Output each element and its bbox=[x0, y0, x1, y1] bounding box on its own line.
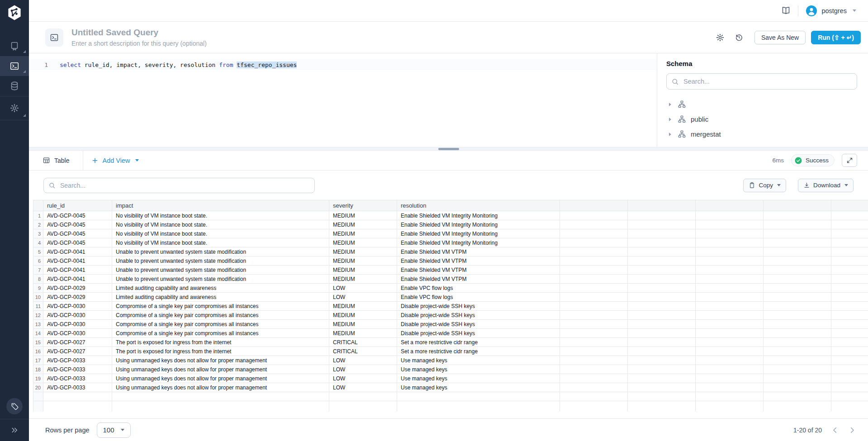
row-number: 9 bbox=[33, 284, 43, 293]
table-row: 17AVD-GCP-0033Using unmanaged keys does … bbox=[33, 356, 868, 365]
empty-cell bbox=[628, 293, 696, 302]
submenu-corner-icon bbox=[23, 70, 26, 73]
column-header-rule_id[interactable]: rule_id bbox=[43, 200, 112, 211]
row-number: 16 bbox=[33, 347, 43, 356]
empty-cell bbox=[628, 266, 696, 275]
table-cell: AVD-GCP-0030 bbox=[43, 320, 112, 329]
empty-cell bbox=[764, 220, 831, 229]
row-number: 3 bbox=[33, 229, 43, 238]
table-cell: AVD-GCP-0033 bbox=[43, 374, 112, 383]
row-number: 15 bbox=[33, 338, 43, 347]
empty-cell bbox=[696, 374, 764, 383]
sidebar-item-queries[interactable] bbox=[0, 56, 29, 76]
table-row: 9AVD-GCP-0029Limited auditing capability… bbox=[33, 284, 868, 293]
empty-cell bbox=[831, 329, 868, 338]
tag-button[interactable] bbox=[6, 398, 23, 414]
chevron-right-icon[interactable] bbox=[669, 118, 671, 121]
empty-cell bbox=[560, 311, 628, 320]
table-header-row: rule_idimpactseverityresolution bbox=[33, 200, 868, 211]
empty-column-header bbox=[628, 200, 696, 211]
empty-cell bbox=[397, 392, 560, 401]
empty-cell bbox=[560, 392, 628, 401]
table-row: 19AVD-GCP-0033Using unmanaged keys does … bbox=[33, 374, 868, 383]
column-header-impact[interactable]: impact bbox=[112, 200, 329, 211]
table-row: 14AVD-GCP-0030Compromise of a single key… bbox=[33, 329, 868, 338]
results-search-input[interactable] bbox=[59, 181, 310, 190]
schema-item-public[interactable]: public bbox=[666, 112, 857, 127]
empty-cell bbox=[112, 401, 329, 412]
empty-cell bbox=[560, 266, 628, 275]
splitter-handle[interactable] bbox=[438, 148, 459, 150]
clipboard-icon bbox=[749, 182, 755, 189]
table-cell: No visibility of VM instance boot state. bbox=[112, 211, 329, 220]
empty-column-header bbox=[764, 200, 831, 211]
results-toolbar: Table Add View 6ms Success bbox=[29, 151, 868, 171]
app-window: postgres Untitled Saved Query Enter a sh… bbox=[0, 0, 868, 441]
table-row: 7AVD-GCP-0041Unable to prevent unwanted … bbox=[33, 266, 868, 275]
empty-cell bbox=[560, 302, 628, 311]
sidebar-item-repos[interactable] bbox=[0, 36, 29, 56]
sql-editor[interactable]: 1 select rule_id, impact, severity, reso… bbox=[29, 53, 657, 147]
table-cell: AVD-GCP-0041 bbox=[43, 275, 112, 284]
row-number: 1 bbox=[33, 211, 43, 220]
empty-cell bbox=[764, 392, 831, 401]
sidebar-item-data[interactable] bbox=[0, 76, 29, 96]
table-cell: AVD-GCP-0033 bbox=[43, 365, 112, 374]
open-book-icon bbox=[781, 6, 791, 15]
table-cell: Set a more restrictive cidr range bbox=[397, 347, 560, 356]
next-page-button[interactable] bbox=[848, 426, 856, 434]
docs-button[interactable] bbox=[781, 6, 791, 15]
empty-cell bbox=[831, 338, 868, 347]
empty-cell bbox=[628, 347, 696, 356]
table-cell: The port is exposed for ingress from the… bbox=[112, 347, 329, 356]
empty-cell bbox=[831, 383, 868, 392]
sidebar-collapse-button[interactable] bbox=[0, 419, 29, 441]
table-row: 3AVD-GCP-0045No visibility of VM instanc… bbox=[33, 229, 868, 238]
column-header-severity[interactable]: severity bbox=[329, 200, 397, 211]
query-title-input[interactable]: Untitled Saved Query bbox=[71, 28, 207, 38]
table-cell: LOW bbox=[329, 284, 397, 293]
copy-button[interactable]: Copy bbox=[743, 179, 786, 192]
empty-cell bbox=[560, 293, 628, 302]
empty-cell bbox=[696, 311, 764, 320]
tab-table[interactable]: Table bbox=[29, 151, 83, 170]
table-cell: MEDIUM bbox=[329, 247, 397, 256]
table-cell: Compromise of a single key pair compromi… bbox=[112, 320, 329, 329]
previous-page-button[interactable] bbox=[831, 426, 839, 434]
row-number: 7 bbox=[33, 266, 43, 275]
table-body: 1AVD-GCP-0045No visibility of VM instanc… bbox=[33, 211, 868, 412]
user-menu[interactable]: postgres bbox=[806, 5, 856, 17]
empty-cell bbox=[831, 256, 868, 266]
empty-cell bbox=[628, 247, 696, 256]
table-cell: MEDIUM bbox=[329, 220, 397, 229]
expand-results-button[interactable] bbox=[842, 154, 857, 167]
mergestat-logo[interactable] bbox=[0, 0, 29, 25]
sql-code-line[interactable]: select rule_id, impact, severity, resolu… bbox=[60, 62, 297, 68]
row-number: 19 bbox=[33, 374, 43, 383]
column-header-resolution[interactable]: resolution bbox=[397, 200, 560, 211]
chevron-right-icon[interactable] bbox=[669, 133, 671, 136]
table-cell: AVD-GCP-0029 bbox=[43, 284, 112, 293]
table-cell: Enable Shielded VM VTPM bbox=[397, 275, 560, 284]
schema-item-template[interactable] bbox=[666, 97, 857, 112]
save-as-new-button[interactable]: Save As New bbox=[754, 31, 806, 44]
query-settings-button[interactable] bbox=[716, 33, 725, 42]
empty-cell bbox=[696, 356, 764, 365]
add-view-button[interactable]: Add View bbox=[83, 157, 147, 164]
empty-cell bbox=[560, 229, 628, 238]
download-button[interactable]: Download bbox=[798, 179, 854, 192]
table-cell: Using unmanaged keys does not allow for … bbox=[112, 365, 329, 374]
query-history-button[interactable] bbox=[735, 33, 744, 42]
table-row: 20AVD-GCP-0033Using unmanaged keys does … bbox=[33, 383, 868, 392]
query-description-input[interactable]: Enter a short description for this query… bbox=[71, 40, 207, 47]
schema-item-mergestat[interactable]: mergestat bbox=[666, 127, 857, 142]
sidebar-item-settings[interactable] bbox=[0, 96, 29, 120]
chevron-right-icon[interactable] bbox=[669, 103, 671, 106]
empty-cell bbox=[764, 365, 831, 374]
rows-per-page-select[interactable]: 100 bbox=[97, 422, 131, 438]
table-cell: AVD-GCP-0041 bbox=[43, 266, 112, 275]
empty-cell bbox=[560, 256, 628, 266]
mergestat-logo-icon bbox=[6, 4, 23, 21]
run-button[interactable]: Run (⇧ + ↵) bbox=[811, 31, 861, 44]
schema-search-input[interactable] bbox=[683, 77, 852, 85]
